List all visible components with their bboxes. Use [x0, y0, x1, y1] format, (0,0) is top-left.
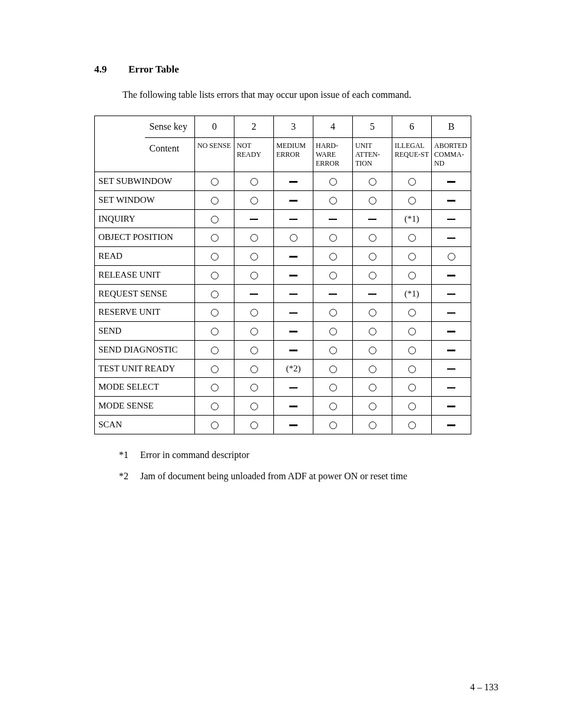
circle-icon	[211, 216, 219, 223]
dash-icon	[447, 368, 455, 370]
table-row: SET WINDOW	[95, 190, 471, 209]
circle-icon	[250, 253, 258, 261]
dash-icon	[289, 406, 297, 407]
error-cell	[313, 190, 353, 209]
circle-icon	[211, 272, 219, 279]
error-cell	[274, 209, 313, 228]
circle-icon	[250, 178, 258, 186]
error-cell	[313, 340, 353, 359]
circle-icon	[211, 365, 219, 373]
circle-icon	[329, 347, 337, 354]
error-cell	[392, 359, 432, 378]
circle-icon	[250, 272, 258, 279]
circle-icon	[408, 272, 416, 279]
error-cell	[432, 172, 471, 191]
error-cell	[234, 415, 274, 434]
command-name: SET SUBWINDOW	[95, 172, 195, 191]
error-cell	[353, 340, 392, 359]
circle-icon	[369, 197, 376, 205]
dash-icon	[447, 294, 455, 295]
dash-icon	[447, 331, 455, 332]
error-cell	[353, 190, 392, 209]
error-cell	[432, 247, 471, 266]
circle-icon	[211, 253, 219, 261]
command-name: RESERVE UNIT	[95, 303, 195, 322]
error-cell	[195, 378, 234, 397]
circle-icon	[369, 328, 376, 335]
error-cell	[274, 284, 313, 303]
dash-icon	[289, 275, 297, 276]
dash-icon	[447, 312, 455, 314]
circle-icon	[329, 197, 337, 205]
error-cell	[195, 228, 234, 247]
circle-icon	[408, 384, 416, 391]
circle-icon	[211, 328, 219, 335]
error-cell	[353, 265, 392, 284]
table-row: INQUIRY(*1)	[95, 209, 471, 228]
error-cell	[195, 303, 234, 322]
error-cell	[392, 340, 432, 359]
circle-icon	[369, 347, 376, 354]
footnote-ref: (*2)	[286, 364, 301, 373]
error-cell	[353, 209, 392, 228]
error-cell	[195, 322, 234, 341]
circle-icon	[408, 403, 416, 410]
dash-icon	[329, 294, 337, 295]
circle-icon	[408, 178, 416, 186]
error-cell: (*2)	[274, 359, 313, 378]
error-cell	[353, 359, 392, 378]
circle-icon	[369, 421, 376, 429]
dash-icon	[447, 219, 455, 220]
circle-icon	[211, 291, 219, 298]
command-name: READ	[95, 247, 195, 266]
dash-icon	[447, 424, 455, 426]
error-cell	[195, 190, 234, 209]
footnote-text: Error in command descriptor	[140, 450, 249, 460]
error-cell	[274, 247, 313, 266]
circle-icon	[329, 421, 337, 429]
error-cell	[432, 340, 471, 359]
header-sense-desc: ILLEGAL REQUE-ST	[392, 138, 432, 172]
circle-icon	[211, 403, 219, 410]
error-cell	[274, 322, 313, 341]
circle-icon	[250, 197, 258, 205]
footnote: *2Jam of document being unloaded from AD…	[119, 471, 474, 482]
header-sense-code: 0	[195, 116, 234, 138]
footnotes: *1Error in command descriptor*2Jam of do…	[119, 450, 474, 482]
table-row: SEND	[95, 322, 471, 341]
error-cell	[234, 359, 274, 378]
error-cell	[353, 284, 392, 303]
command-name: OBJECT POSITION	[95, 228, 195, 247]
error-cell	[234, 209, 274, 228]
dash-icon	[289, 219, 297, 220]
command-name: SEND DIAGNOSTIC	[95, 340, 195, 359]
section-title: Error Table	[128, 64, 179, 75]
dash-icon	[289, 181, 297, 183]
error-cell	[313, 415, 353, 434]
header-sense-code: B	[432, 116, 471, 138]
dash-icon	[447, 406, 455, 407]
dash-icon	[368, 294, 376, 295]
circle-icon	[369, 309, 376, 317]
header-sense-desc: NOT READY	[234, 138, 274, 172]
error-cell	[392, 322, 432, 341]
error-cell	[195, 284, 234, 303]
error-cell	[432, 190, 471, 209]
error-cell	[392, 265, 432, 284]
table-row: RELEASE UNIT	[95, 265, 471, 284]
error-cell	[392, 378, 432, 397]
error-cell	[353, 228, 392, 247]
circle-icon	[329, 403, 337, 410]
table-row: SET SUBWINDOW	[95, 172, 471, 191]
header-sense-key-label: Sense key	[145, 116, 195, 138]
header-sense-code: 4	[313, 116, 353, 138]
circle-icon	[250, 403, 258, 410]
dash-icon	[447, 350, 455, 351]
error-cell	[313, 359, 353, 378]
table-row: OBJECT POSITION	[95, 228, 471, 247]
circle-icon	[408, 328, 416, 335]
table-row: RESERVE UNIT	[95, 303, 471, 322]
table-row: READ	[95, 247, 471, 266]
error-cell: (*1)	[392, 284, 432, 303]
dash-icon	[289, 294, 297, 295]
